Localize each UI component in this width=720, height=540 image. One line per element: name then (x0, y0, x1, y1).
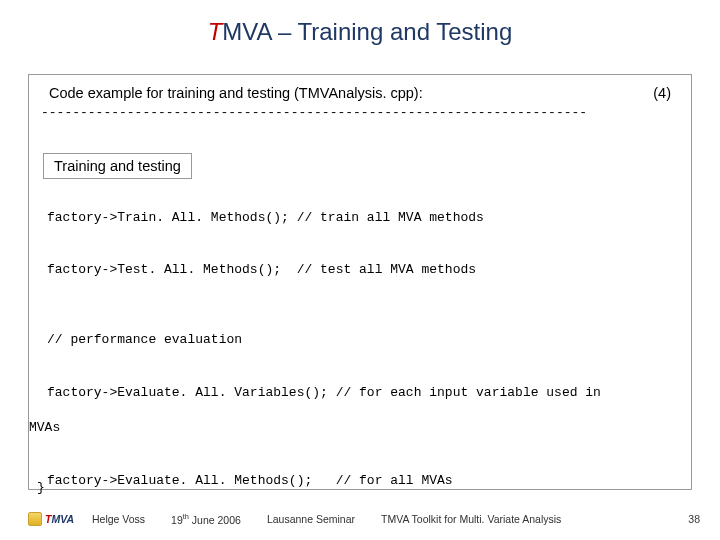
panel-caption: Code example for training and testing (T… (49, 85, 423, 101)
footer-date-rest: June 2006 (189, 514, 241, 526)
footer-author: Helge Voss (92, 513, 145, 525)
title-brand-initial: T (208, 18, 223, 45)
slide-title: TMVA – Training and Testing (0, 0, 720, 46)
code-line: factory->Test. All. Methods(); // test a… (47, 261, 685, 279)
footer-date-day: 19 (171, 514, 183, 526)
sub-caption-text: Training and testing (54, 158, 181, 174)
logo-text: TMVA (45, 513, 74, 525)
code-line: factory->Evaluate. All. Variables(); // … (47, 384, 685, 402)
code-line: // performance evaluation (47, 331, 685, 349)
footer-toolkit: TMVA Toolkit for Multi. Variate Analysis (381, 513, 561, 525)
footer-logo: TMVA (28, 512, 74, 526)
logo-text-rest: MVA (51, 513, 74, 525)
logo-badge-icon (28, 512, 42, 526)
title-text: MVA – Training and Testing (222, 18, 512, 45)
footer: TMVA Helge Voss 19th June 2006 Lausanne … (28, 512, 700, 526)
page-number: 38 (688, 513, 700, 525)
code-line: factory->Evaluate. All. Methods(); // fo… (47, 472, 685, 490)
footer-venue: Lausanne Seminar (267, 513, 355, 525)
code-example-panel: Code example for training and testing (T… (28, 74, 692, 490)
divider-line: ----------------------------------------… (29, 101, 691, 120)
footer-date: 19th June 2006 (171, 512, 241, 526)
panel-caption-row: Code example for training and testing (T… (29, 75, 691, 101)
code-line-mvas: MVAs (29, 419, 685, 437)
page-marker: (4) (653, 85, 671, 101)
closing-brace: } (37, 480, 45, 495)
code-line: factory->Train. All. Methods(); // train… (47, 209, 685, 227)
code-block: factory->Train. All. Methods(); // train… (47, 191, 685, 540)
sub-caption-box: Training and testing (43, 153, 192, 179)
